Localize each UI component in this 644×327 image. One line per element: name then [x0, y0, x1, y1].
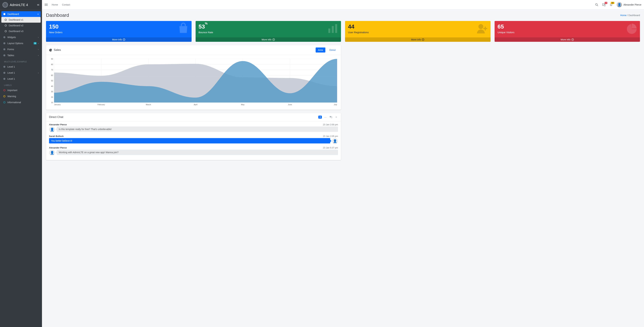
- sidebar-item-dashboard[interactable]: Dashboard ▾: [1, 11, 41, 17]
- msg-text: Is this template really for free? That's…: [57, 126, 338, 132]
- sidebar-label-warning[interactable]: Warning: [1, 93, 41, 99]
- svg-line-6: [597, 5, 598, 6]
- svg-text:July: July: [334, 103, 337, 105]
- brand[interactable]: AdminLTE 4: [0, 0, 42, 10]
- stat-box: 53%Bounce RateMore info: [196, 21, 341, 42]
- svg-rect-2: [45, 4, 48, 4]
- sidebar-item-label: Dashboard v2: [9, 24, 38, 27]
- stat-boxes-row: 150New OrdersMore info 53%Bounce RateMor…: [46, 21, 640, 42]
- tab-donut[interactable]: Donut: [327, 47, 338, 52]
- sidebar-item-label: Level 1: [8, 77, 38, 80]
- avatar: 👤: [617, 2, 622, 7]
- circle-icon: [5, 19, 7, 21]
- msg-time: 23 Jan 2:00 pm: [323, 123, 338, 126]
- chevron-right-icon: ›: [38, 72, 38, 74]
- messages-icon[interactable]: 3: [602, 3, 606, 6]
- card-title: Direct Chat: [49, 115, 63, 119]
- bell-icon[interactable]: 15: [610, 3, 612, 6]
- sidebar-item-label: Dashboard: [8, 13, 38, 15]
- sidebar-item-level1-a[interactable]: Level 1: [1, 64, 41, 70]
- sidebar-item-label: Layout Options: [8, 42, 34, 45]
- sidebar-item-layout-options[interactable]: Layout Options6›: [1, 40, 41, 46]
- more-info-link[interactable]: More info: [345, 37, 490, 42]
- svg-text:90: 90: [51, 58, 53, 60]
- more-info-link[interactable]: More info: [494, 37, 640, 42]
- svg-text:March: March: [146, 103, 151, 105]
- breadcrumb-current: Dashboard: [628, 14, 640, 16]
- stat-box: 44User RegistrationsMore info: [345, 21, 490, 42]
- svg-text:40: 40: [51, 85, 53, 87]
- chevron-right-icon: ›: [38, 36, 38, 38]
- sidebar-item-forms[interactable]: Forms›: [1, 46, 41, 52]
- tab-area[interactable]: Area: [316, 47, 325, 52]
- msg-text: Working with AdminLTE on a great new app…: [57, 150, 338, 155]
- topnav-link-contact[interactable]: Contact: [62, 3, 70, 6]
- search-icon[interactable]: [595, 3, 598, 6]
- close-icon[interactable]: ✕: [334, 116, 338, 118]
- svg-rect-8: [328, 28, 330, 33]
- sidebar-item-level1-b[interactable]: Level 1›: [1, 70, 41, 76]
- stat-box: 65Unique VisitorsMore info: [494, 21, 640, 42]
- bullet-icon: [3, 42, 5, 44]
- sidebar: AdminLTE 4 Dashboard ▾ Dashboard v1 Dash…: [0, 0, 42, 327]
- user-menu[interactable]: 👤 Alexander Pierce: [617, 2, 641, 7]
- topnav-link-home[interactable]: Home: [52, 3, 58, 6]
- svg-text:April: April: [194, 103, 198, 105]
- chat-body: Alexander Pierce23 Jan 2:00 pm👤Is this t…: [46, 121, 341, 160]
- sales-card: Sales Area Donut 102030405060708090Janua…: [46, 45, 341, 110]
- minimize-icon[interactable]: —: [324, 116, 327, 118]
- chevron-right-icon: ›: [38, 48, 38, 50]
- sales-chart: 102030405060708090JanuaryFebruaryMarchAp…: [49, 58, 338, 107]
- sidebar-item-dashboard-v3[interactable]: Dashboard v3: [1, 28, 41, 34]
- more-info-link[interactable]: More info: [196, 37, 341, 42]
- bullet-icon: [3, 66, 5, 68]
- sidebar-item-label: Tables: [8, 54, 38, 57]
- svg-text:10: 10: [51, 101, 53, 103]
- card-title: Sales: [54, 48, 61, 52]
- sidebar-label-informational[interactable]: Informational: [1, 99, 41, 105]
- chat-message: Alexander Pierce23 Jan 5:37 pm👤Working w…: [49, 146, 338, 156]
- circle-icon: [5, 30, 7, 32]
- more-info-link[interactable]: More info: [46, 37, 192, 42]
- sidebar-item-label: Important: [8, 89, 38, 92]
- stat-label: Unique Visitors: [498, 31, 637, 34]
- bullet-icon: [3, 13, 5, 15]
- sidebar-item-dashboard-v1[interactable]: Dashboard v1: [1, 17, 41, 23]
- brand-logo-icon: [2, 2, 8, 8]
- stat-value: 65: [498, 23, 637, 30]
- svg-point-5: [596, 3, 597, 5]
- sidebar-item-widgets[interactable]: Widgets›: [1, 34, 41, 40]
- circle-icon: [3, 89, 5, 91]
- msg-name: Alexander Pierce: [49, 123, 67, 126]
- badge: 15: [611, 2, 614, 4]
- contacts-icon[interactable]: [329, 116, 333, 118]
- sidebar-item-label: Forms: [8, 48, 38, 51]
- brand-text: AdminLTE 4: [10, 3, 36, 7]
- stat-label: User Registrations: [348, 31, 488, 34]
- chat-message: Alexander Pierce23 Jan 2:00 pm👤Is this t…: [49, 123, 338, 133]
- sidebar-item-label: Level 1: [8, 65, 38, 68]
- stat-icon: [626, 23, 638, 34]
- user-name: Alexander Pierce: [623, 3, 641, 6]
- sidebar-collapse-icon[interactable]: [36, 3, 40, 6]
- breadcrumb-home[interactable]: Home: [620, 14, 626, 16]
- avatar: 👤: [49, 150, 55, 156]
- stat-icon: [476, 23, 488, 34]
- msg-name: Sarah Bullock: [49, 135, 64, 137]
- svg-text:June: June: [288, 103, 292, 105]
- svg-rect-1: [5, 4, 6, 5]
- sidebar-item-tables[interactable]: Tables›: [1, 52, 41, 58]
- circle-icon: [5, 24, 7, 26]
- sidebar-item-level1-c[interactable]: Level 1: [1, 76, 41, 82]
- svg-text:80: 80: [51, 63, 53, 65]
- svg-text:February: February: [98, 103, 105, 105]
- sidebar-item-dashboard-v2[interactable]: Dashboard v2: [1, 23, 41, 28]
- circle-icon: [3, 95, 5, 97]
- hamburger-icon[interactable]: [45, 3, 48, 6]
- msg-name: Alexander Pierce: [49, 146, 67, 149]
- stat-label: Bounce Rate: [198, 31, 338, 34]
- sidebar-label-important[interactable]: Important: [1, 87, 41, 93]
- sidebar-nav: Dashboard ▾ Dashboard v1 Dashboard v2 Da…: [0, 10, 42, 107]
- svg-rect-4: [45, 5, 48, 6]
- sidebar-item-label: Informational: [8, 101, 38, 104]
